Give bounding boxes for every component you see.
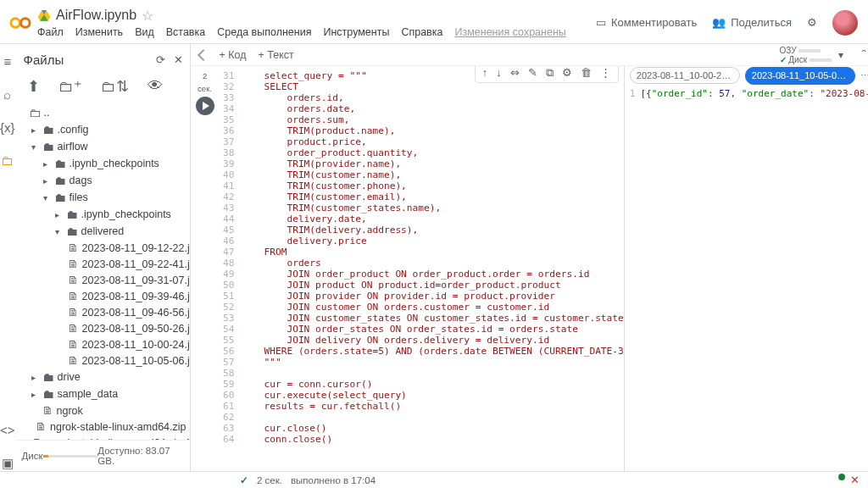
files-panel: Файлы ⟳ ✕ ⬆ 🗀⁺ 🗀⇅ 👁 🗀.. ▸🖿.config ▾🖿airf… <box>15 44 191 471</box>
svg-point-1 <box>21 18 31 27</box>
close-tab-icon[interactable]: ✕ <box>850 70 855 80</box>
run-cell-button[interactable] <box>196 97 214 115</box>
disk-usage: Диск Доступно: 83.07 GB. <box>15 440 190 471</box>
tree-file[interactable]: 🗎2023-08-11_09-31-07.json <box>17 272 190 288</box>
output-tab[interactable]: 2023-08-11_10-00-24.json <box>630 67 740 84</box>
mount-drive-icon[interactable]: 🗀⇅ <box>101 77 129 96</box>
notebook-toolbar: + Код + Текст ОЗУ ✓ Диск ▾ ˆ <box>191 44 868 66</box>
files-toolbar: ⬆ 🗀⁺ 🗀⇅ 👁 <box>15 72 190 104</box>
svg-point-0 <box>11 18 20 27</box>
connection-good-icon[interactable] <box>838 474 845 480</box>
menu-bar: Файл Изменить Вид Вставка Среда выполнен… <box>37 26 596 38</box>
menu-runtime[interactable]: Среда выполнения <box>217 26 311 38</box>
menu-edit[interactable]: Изменить <box>75 26 123 38</box>
code-cell[interactable]: ↑ ↓ ⇔ ✎ ⧉ ⚙ 🗑 ⋮ 31 select_query = """32 … <box>220 66 624 471</box>
tree-folder[interactable]: ▾🖿airflow <box>17 138 190 155</box>
disk-bar <box>43 455 98 458</box>
tree-folder[interactable]: ▸🖿.ipynb_checkpoints <box>17 206 190 223</box>
code-snippets-icon[interactable]: <> <box>0 423 15 437</box>
cell-elapsed-unit: сек. <box>198 84 212 93</box>
delete-cell-icon[interactable]: 🗑 <box>581 66 592 80</box>
mirror-icon[interactable]: ⧉ <box>546 66 554 80</box>
collapse-panel-icon[interactable] <box>197 48 209 60</box>
tree-folder[interactable]: ▾🖿delivered <box>17 223 190 240</box>
upload-icon[interactable]: ⬆ <box>27 77 40 96</box>
main-area: + Код + Текст ОЗУ ✓ Диск ▾ ˆ 2 сек. <box>191 44 868 471</box>
edit-icon[interactable]: ✎ <box>528 66 537 80</box>
settings-button[interactable]: ⚙ <box>807 16 817 29</box>
tree-folder[interactable]: ▸🖿.ipynb_checkpoints <box>17 155 190 172</box>
menu-help[interactable]: Справка <box>401 26 442 38</box>
tree-file[interactable]: 🗎2023-08-11_09-50-26.json <box>17 320 190 336</box>
cell-elapsed: 2 <box>203 71 207 80</box>
cell-toolbar: ↑ ↓ ⇔ ✎ ⧉ ⚙ 🗑 ⋮ <box>475 66 619 83</box>
cell-gutter: 2 сек. <box>191 66 220 471</box>
tree-folder[interactable]: ▸🖿drive <box>17 369 190 385</box>
tree-file[interactable]: 🗎2023-08-11_10-00-24.json <box>17 336 190 352</box>
output-tabs: 2023-08-11_10-00-24.json 2023-08-11_10-0… <box>625 66 868 85</box>
star-icon[interactable]: ☆ <box>142 8 153 24</box>
expand-icon[interactable]: ˆ <box>859 47 866 62</box>
files-icon[interactable]: 🗀 <box>0 153 14 168</box>
check-icon: ✓ <box>240 474 248 486</box>
more-icon[interactable]: ⋮ <box>600 66 611 80</box>
tree-file[interactable]: 🗎2023-08-11_09-22-41.json <box>17 256 190 272</box>
tree-file[interactable]: 🗎2023-08-11_10-05-06.json <box>17 352 190 369</box>
left-rail: ≡ ⌕ {x} 🗀 <> ▣ <box>0 44 15 471</box>
runtime-resources[interactable]: ОЗУ ✓ Диск ▾ <box>780 46 847 64</box>
resources-caret-icon[interactable]: ▾ <box>835 49 847 61</box>
status-bar: ✓ 2 сек. выполнено в 17:04 ✕ <box>0 471 868 488</box>
variables-icon[interactable]: {x} <box>0 120 15 135</box>
tree-folder[interactable]: ▸🖿sample_data <box>17 385 190 402</box>
comment-icon: ▭ <box>596 16 606 29</box>
terminal-icon[interactable]: ▣ <box>2 456 14 471</box>
tree-file[interactable]: 🗎2023-08-11_09-12-22.json <box>17 240 190 256</box>
move-up-icon[interactable]: ↑ <box>482 66 488 80</box>
output-tab-active[interactable]: 2023-08-11_10-05-06.j✕ <box>745 67 855 85</box>
search-icon[interactable]: ⌕ <box>3 87 11 102</box>
status-done-at: выполнено в 17:04 <box>291 475 376 485</box>
tree-parent[interactable]: 🗀.. <box>17 104 190 121</box>
output-more-icon[interactable]: ⋯ <box>860 70 868 81</box>
add-code-button[interactable]: + Код <box>220 49 247 61</box>
show-hidden-icon[interactable]: 👁 <box>147 77 163 96</box>
move-down-icon[interactable]: ↓ <box>496 66 502 80</box>
user-avatar[interactable] <box>832 10 858 36</box>
comment-button[interactable]: ▭Комментировать <box>596 16 697 29</box>
gear-icon[interactable]: ⚙ <box>562 66 572 80</box>
tree-folder[interactable]: ▸🖿dags <box>17 172 190 189</box>
app-header: AirFlow.ipynb ☆ Файл Изменить Вид Вставк… <box>0 0 868 44</box>
toc-icon[interactable]: ≡ <box>3 54 11 69</box>
colab-logo-icon <box>8 11 32 35</box>
menu-view[interactable]: Вид <box>135 26 154 38</box>
output-panel: 2023-08-11_10-00-24.json 2023-08-11_10-0… <box>624 66 868 471</box>
new-folder-icon[interactable]: 🗀⁺ <box>58 77 82 96</box>
menu-tools[interactable]: Инструменты <box>323 26 389 38</box>
status-elapsed: 2 сек. <box>257 475 282 485</box>
link-icon[interactable]: ⇔ <box>510 66 520 80</box>
tree-file[interactable]: 🗎ngrok-stable-linux-amd64.zip <box>17 419 190 435</box>
tree-file[interactable]: 🗎ngrok <box>17 402 190 419</box>
share-icon: 👥 <box>712 16 726 29</box>
notebook-title[interactable]: AirFlow.ipynb <box>56 8 136 23</box>
autosave-status[interactable]: Изменения сохранены <box>454 26 565 38</box>
tree-folder[interactable]: ▸🖿.config <box>17 121 190 138</box>
tree-folder[interactable]: ▾🖿files <box>17 189 190 206</box>
share-button[interactable]: 👥Поделиться <box>712 16 792 29</box>
tree-file[interactable]: 🗎2023-08-11_09-46-56.json <box>17 304 190 320</box>
connection-close-icon[interactable]: ✕ <box>850 474 860 486</box>
refresh-icon[interactable]: ⟳ <box>156 53 165 66</box>
file-tree[interactable]: 🗀.. ▸🖿.config ▾🖿airflow ▸🖿.ipynb_checkpo… <box>15 104 190 440</box>
drive-icon <box>37 8 51 22</box>
output-content[interactable]: 1[{"order_id": 57, "order_date": "2023-0… <box>625 85 868 471</box>
menu-insert[interactable]: Вставка <box>166 26 205 38</box>
files-panel-title: Файлы <box>24 53 64 67</box>
add-text-button[interactable]: + Текст <box>259 49 294 61</box>
tree-file[interactable]: 🗎2023-08-11_09-39-46.json <box>17 288 190 304</box>
close-panel-icon[interactable]: ✕ <box>174 53 183 66</box>
menu-file[interactable]: Файл <box>37 26 64 38</box>
gear-icon: ⚙ <box>807 16 817 29</box>
